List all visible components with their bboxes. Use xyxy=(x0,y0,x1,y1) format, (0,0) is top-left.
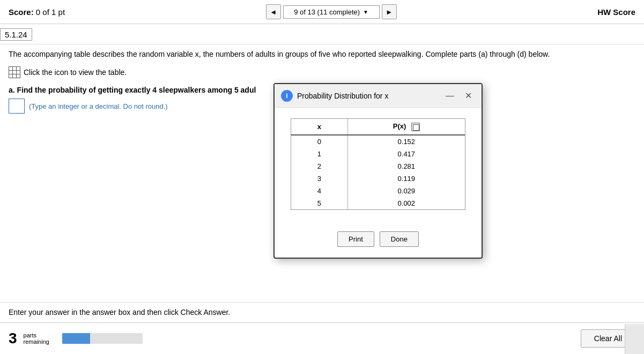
prev-button[interactable]: ◄ xyxy=(266,4,281,19)
px-value: 0.029 xyxy=(347,185,465,197)
grid-cell-4 xyxy=(9,71,12,74)
px-value: 0.281 xyxy=(347,160,465,172)
answer-input-box[interactable] xyxy=(9,99,25,114)
table-icon[interactable] xyxy=(9,66,20,78)
enter-answer-text: Enter your answer in the answer box and … xyxy=(9,308,230,317)
modal-minimize-button[interactable]: — xyxy=(442,90,457,102)
x-value: 4 xyxy=(291,185,347,197)
problem-text: The accompanying table describes the ran… xyxy=(9,49,635,60)
check-answer-area[interactable] xyxy=(625,324,644,354)
problem-number-bar: 5.1.24 xyxy=(0,24,644,44)
grid-cell-9 xyxy=(17,74,20,78)
grid-cell-7 xyxy=(9,74,12,78)
table-row: 30.119 xyxy=(291,172,465,185)
grid-cell-3 xyxy=(17,67,20,70)
done-button[interactable]: Done xyxy=(380,231,419,247)
col-x-header: x xyxy=(291,119,347,135)
table-row: 40.029 xyxy=(291,185,465,197)
grid-cell-6 xyxy=(17,71,20,74)
bottom-bar: 3 parts remaining Clear All xyxy=(0,322,644,354)
navigation-controls: ◄ 9 of 13 (11 complete) ▼ ► xyxy=(266,4,397,19)
next-button[interactable]: ► xyxy=(382,4,397,19)
enter-answer-section: Enter your answer in the answer box and … xyxy=(0,302,644,317)
px-value: 0.002 xyxy=(347,197,465,209)
x-value: 3 xyxy=(291,172,347,185)
px-value: 0.417 xyxy=(347,148,465,160)
answer-hint: (Type an integer or a decimal. Do not ro… xyxy=(29,102,168,110)
px-value: 0.152 xyxy=(347,135,465,148)
grid-cell-8 xyxy=(13,74,16,78)
progress-text: 9 of 13 (11 complete) xyxy=(294,8,360,16)
col-px-header: P(x) xyxy=(347,119,465,135)
copy-icon[interactable] xyxy=(411,123,420,131)
x-value: 0 xyxy=(291,135,347,148)
table-row: 50.002 xyxy=(291,197,465,209)
hw-score-label: HW Score xyxy=(597,7,635,17)
progress-bar xyxy=(62,333,143,344)
probability-distribution-modal: i Probability Distribution for x — ✕ x P… xyxy=(273,83,483,259)
progress-bar-fill xyxy=(62,333,91,344)
table-row: 10.417 xyxy=(291,148,465,160)
x-value: 5 xyxy=(291,197,347,209)
table-row: 00.152 xyxy=(291,135,465,148)
px-value: 0.119 xyxy=(347,172,465,185)
probability-table-wrapper: x P(x) 00.15210.41720.28130.11940.02950.… xyxy=(291,118,465,210)
dropdown-arrow-icon: ▼ xyxy=(363,9,368,15)
grid-cell-5 xyxy=(13,71,16,74)
print-button[interactable]: Print xyxy=(337,231,374,247)
modal-close-button[interactable]: ✕ xyxy=(462,89,475,102)
score-display: Score: 0 of 1 pt xyxy=(9,7,65,17)
grid-cell-2 xyxy=(13,67,16,70)
table-link-text[interactable]: Click the icon to view the table. xyxy=(24,68,127,77)
modal-title: Probability Distribution for x xyxy=(297,92,438,100)
part-a-text: Find the probability of getting exactly … xyxy=(17,86,256,94)
score-value: 0 of 1 pt xyxy=(36,7,65,17)
grid-cell-1 xyxy=(9,67,12,70)
table-row: 20.281 xyxy=(291,160,465,172)
probability-table-body: 00.15210.41720.28130.11940.02950.002 xyxy=(291,135,465,209)
modal-footer: Print Done xyxy=(275,231,482,258)
info-icon: i xyxy=(281,90,293,102)
parts-remaining-number: 3 xyxy=(9,331,17,346)
x-value: 2 xyxy=(291,160,347,172)
score-label: Score: xyxy=(9,7,34,17)
table-link-row: Click the icon to view the table. xyxy=(9,66,635,78)
top-bar: Score: 0 of 1 pt ◄ 9 of 13 (11 complete)… xyxy=(0,0,644,24)
modal-header: i Probability Distribution for x — ✕ xyxy=(275,84,482,108)
problem-number: 5.1.24 xyxy=(0,28,32,41)
probability-table: x P(x) 00.15210.41720.28130.11940.02950.… xyxy=(291,119,465,209)
modal-body: x P(x) 00.15210.41720.28130.11940.02950.… xyxy=(275,108,482,231)
progress-indicator[interactable]: 9 of 13 (11 complete) ▼ xyxy=(283,5,380,19)
x-value: 1 xyxy=(291,148,347,160)
parts-remaining-label: parts remaining xyxy=(24,332,56,345)
